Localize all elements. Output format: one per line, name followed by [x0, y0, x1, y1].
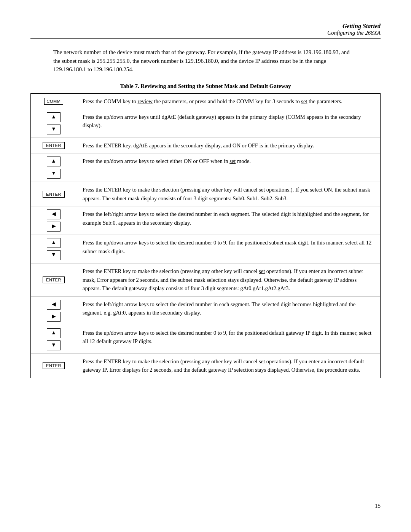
- header-title: Getting Started: [342, 23, 381, 30]
- right-arrow-key: ▶: [47, 222, 61, 232]
- up-arrow-key: ▲: [47, 112, 61, 122]
- desc-cell: Press the up/down arrow keys to select t…: [76, 325, 380, 353]
- up-arrow-key: ▲: [47, 328, 61, 338]
- table-row: ▲ ▼ Press the up/down arrow keys until d…: [31, 109, 380, 138]
- enter-key: ENTER: [43, 362, 65, 369]
- table-row: ENTER Press the ENTER key to make the se…: [31, 354, 380, 378]
- desc-cell: Press the up/down arrow keys to select e…: [76, 153, 380, 182]
- up-arrow-key: ▲: [47, 157, 61, 166]
- enter-key: ENTER: [43, 276, 65, 283]
- table-row: ENTER Press the ENTER key. dgAtE appears…: [31, 138, 380, 153]
- enter-key: ENTER: [43, 191, 65, 198]
- table-row: ▲ ▼ Press the up/down arrow keys to sele…: [31, 235, 380, 264]
- intro-paragraph: The network number of the device must ma…: [53, 48, 358, 74]
- table-row: ▲ ▼ Press the up/down arrow keys to sele…: [31, 153, 380, 182]
- key-cell-enter2: ENTER: [31, 182, 76, 206]
- page-number: 15: [375, 503, 381, 509]
- underline-review: review: [138, 98, 153, 104]
- key-cell-comm: COMM: [31, 94, 76, 109]
- down-arrow-key: ▼: [47, 250, 61, 260]
- down-arrow-key: ▼: [47, 169, 61, 179]
- desc-cell: Press the ENTER key to make the selectio…: [76, 182, 380, 206]
- header-divider: [30, 38, 381, 39]
- underline-set: set: [259, 268, 265, 274]
- underline-set: set: [229, 158, 236, 164]
- left-arrow-key: ◀: [47, 209, 61, 219]
- underline-set: set: [259, 187, 265, 193]
- down-arrow-key: ▼: [47, 340, 61, 350]
- table-row: ▲ ▼ Press the up/down arrow keys to sele…: [31, 325, 380, 354]
- key-cell-updown4: ▲ ▼: [31, 325, 76, 353]
- key-cell-leftright2: ◀ ▶: [31, 297, 76, 325]
- down-arrow-key: ▼: [47, 125, 61, 134]
- desc-cell: Press the ENTER key to make the selectio…: [76, 264, 380, 296]
- desc-cell: Press the left/right arrow keys to selec…: [76, 297, 380, 325]
- table-row: ENTER Press the ENTER key to make the se…: [31, 264, 380, 296]
- table-row: ◀ ▶ Press the left/right arrow keys to s…: [31, 206, 380, 235]
- key-cell-enter3: ENTER: [31, 264, 76, 296]
- desc-cell: Press the up/down arrow keys until dgAtE…: [76, 109, 380, 137]
- table-title: Table 7. Reviewing and Setting the Subne…: [30, 83, 381, 89]
- comm-key: COMM: [44, 98, 64, 105]
- desc-cell: Press the up/down arrow keys to select t…: [76, 235, 380, 263]
- key-cell-updown3: ▲ ▼: [31, 235, 76, 263]
- underline-set: set: [301, 98, 307, 104]
- key-cell-enter4: ENTER: [31, 354, 76, 378]
- key-cell-leftright1: ◀ ▶: [31, 206, 76, 235]
- underline-set: set: [259, 358, 265, 364]
- key-cell-enter1: ENTER: [31, 138, 76, 153]
- right-arrow-key: ▶: [47, 312, 61, 322]
- up-arrow-key: ▲: [47, 238, 61, 248]
- header-subtitle: Configuring the 268XA: [327, 30, 381, 36]
- left-arrow-key: ◀: [47, 300, 61, 310]
- desc-cell: Press the ENTER key. dgAtE appears in th…: [76, 138, 380, 153]
- desc-cell: Press the left/right arrow keys to selec…: [76, 206, 380, 235]
- desc-cell: Press the ENTER key to make the selectio…: [76, 354, 380, 378]
- instruction-table: COMM Press the COMM key to review the pa…: [30, 93, 381, 378]
- page: Getting Started Configuring the 268XA Th…: [0, 0, 411, 532]
- table-row: ◀ ▶ Press the left/right arrow keys to s…: [31, 297, 380, 325]
- enter-key: ENTER: [43, 142, 65, 149]
- header: Getting Started Configuring the 268XA: [30, 23, 381, 36]
- key-cell-updown1: ▲ ▼: [31, 109, 76, 137]
- desc-cell: Press the COMM key to review the paramet…: [76, 94, 380, 109]
- table-row: COMM Press the COMM key to review the pa…: [31, 94, 380, 109]
- table-row: ENTER Press the ENTER key to make the se…: [31, 182, 380, 206]
- key-cell-updown2: ▲ ▼: [31, 153, 76, 182]
